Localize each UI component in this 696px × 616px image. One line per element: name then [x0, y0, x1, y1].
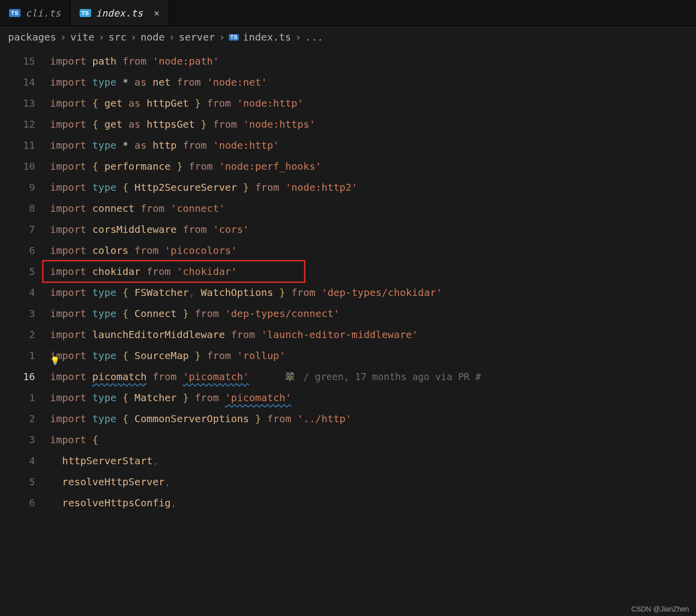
tab-label: cli.ts — [26, 8, 61, 19]
code-line[interactable]: 6import colors from 'picocolors' — [0, 240, 696, 261]
ts-icon: TS — [229, 34, 239, 41]
ts-icon: TS — [80, 9, 91, 17]
line-number: 10 — [0, 156, 50, 177]
tab-index[interactable]: TS index.ts ✕ — [71, 0, 169, 26]
tab-bar: TS cli.ts TS index.ts ✕ — [0, 0, 696, 26]
line-number: 3 — [0, 429, 50, 450]
crumb-item[interactable]: server — [179, 31, 215, 43]
line-number: 4 — [0, 450, 50, 471]
breadcrumb: packages› vite› src› node› server› TS in… — [0, 26, 696, 49]
code-line[interactable]: 1import type { Matcher } from 'picomatch… — [0, 387, 696, 408]
line-number: 1 — [0, 387, 50, 408]
code-content[interactable]: import type { Http2SecureServer } from '… — [50, 177, 696, 198]
crumb-item[interactable]: node — [141, 31, 165, 43]
code-line[interactable]: 7import corsMiddleware from 'cors' — [0, 219, 696, 240]
line-number: 7 — [0, 219, 50, 240]
tab-label: index.ts — [96, 8, 143, 19]
line-number: 12 — [0, 114, 50, 135]
crumb-ellipsis[interactable]: ... — [305, 31, 323, 43]
line-number: 9 — [0, 177, 50, 198]
line-number: 4 — [0, 282, 50, 303]
line-number: 6 — [0, 492, 50, 513]
code-line[interactable]: 12import { get as httpsGet } from 'node:… — [0, 114, 696, 135]
code-content[interactable]: import colors from 'picocolors' — [50, 240, 696, 261]
code-line[interactable]: 4 httpServerStart, — [0, 450, 696, 471]
code-content[interactable]: import type { Matcher } from 'picomatch' — [50, 387, 696, 408]
code-content[interactable]: import { get as httpGet } from 'node:htt… — [50, 93, 696, 114]
code-line[interactable]: 5import chokidar from 'chokidar' — [0, 261, 696, 282]
line-number: 16 — [0, 366, 50, 387]
code-line[interactable]: 1💡import type { SourceMap } from 'rollup… — [0, 345, 696, 366]
code-content[interactable]: import type { CommonServerOptions } from… — [50, 408, 696, 429]
code-line[interactable]: 2import type { CommonServerOptions } fro… — [0, 408, 696, 429]
code-line[interactable]: 11import type * as http from 'node:http' — [0, 135, 696, 156]
code-content[interactable]: resolveHttpServer, — [50, 471, 696, 492]
line-number: 6 — [0, 240, 50, 261]
tab-cli[interactable]: TS cli.ts — [0, 0, 71, 26]
line-number: 14 — [0, 72, 50, 93]
code-line[interactable]: 9import type { Http2SecureServer } from … — [0, 177, 696, 198]
code-line[interactable]: 8import connect from 'connect' — [0, 198, 696, 219]
code-line[interactable]: 14import type * as net from 'node:net' — [0, 72, 696, 93]
code-content[interactable]: import launchEditorMiddleware from 'laun… — [50, 324, 696, 345]
code-line[interactable]: 2import launchEditorMiddleware from 'lau… — [0, 324, 696, 345]
code-content[interactable]: import path from 'node:path' — [50, 51, 696, 72]
close-icon[interactable]: ✕ — [154, 8, 159, 18]
code-line[interactable]: 13import { get as httpGet } from 'node:h… — [0, 93, 696, 114]
line-number: 15 — [0, 51, 50, 72]
watermark: CSDN @JianZhen — [631, 605, 689, 613]
code-line[interactable]: 16import picomatch from 'picomatch' 翠 / … — [0, 366, 696, 387]
ts-icon: TS — [9, 9, 21, 17]
line-number: 2 — [0, 408, 50, 429]
code-line[interactable]: 5 resolveHttpServer, — [0, 471, 696, 492]
line-number: 13 — [0, 93, 50, 114]
code-line[interactable]: 4import type { FSWatcher, WatchOptions }… — [0, 282, 696, 303]
code-line[interactable]: 6 resolveHttpsConfig, — [0, 492, 696, 513]
code-content[interactable]: resolveHttpsConfig, — [50, 492, 696, 513]
git-blame-annotation[interactable]: 翠 / green, 17 months ago via PR # — [285, 371, 481, 382]
code-editor[interactable]: 15import path from 'node:path'14import t… — [0, 49, 696, 513]
crumb-item[interactable]: packages — [8, 31, 56, 43]
code-content[interactable]: import chokidar from 'chokidar' — [50, 261, 696, 282]
line-number: 8 — [0, 198, 50, 219]
code-line[interactable]: 3import type { Connect } from 'dep-types… — [0, 303, 696, 324]
line-number: 1 — [0, 345, 50, 366]
code-content[interactable]: import connect from 'connect' — [50, 198, 696, 219]
crumb-item[interactable]: src — [109, 31, 127, 43]
code-content[interactable]: httpServerStart, — [50, 450, 696, 471]
crumb-item[interactable]: vite — [70, 31, 94, 43]
code-line[interactable]: 3import { — [0, 429, 696, 450]
code-content[interactable]: import type * as net from 'node:net' — [50, 72, 696, 93]
code-content[interactable]: import { performance } from 'node:perf_h… — [50, 156, 696, 177]
code-content[interactable]: import corsMiddleware from 'cors' — [50, 219, 696, 240]
code-content[interactable]: import type { FSWatcher, WatchOptions } … — [50, 282, 696, 303]
line-number: 2 — [0, 324, 50, 345]
code-content[interactable]: import type * as http from 'node:http' — [50, 135, 696, 156]
code-content[interactable]: 💡import type { SourceMap } from 'rollup' — [50, 345, 696, 366]
code-content[interactable]: import { — [50, 429, 696, 450]
crumb-file[interactable]: index.ts — [243, 31, 291, 43]
line-number: 5 — [0, 471, 50, 492]
code-content[interactable]: import { get as httpsGet } from 'node:ht… — [50, 114, 696, 135]
code-content[interactable]: import type { Connect } from 'dep-types/… — [50, 303, 696, 324]
line-number: 11 — [0, 135, 50, 156]
line-number: 3 — [0, 303, 50, 324]
code-line[interactable]: 15import path from 'node:path' — [0, 51, 696, 72]
code-content[interactable]: import picomatch from 'picomatch' 翠 / gr… — [50, 366, 696, 387]
code-line[interactable]: 10import { performance } from 'node:perf… — [0, 156, 696, 177]
line-number: 5 — [0, 261, 50, 282]
